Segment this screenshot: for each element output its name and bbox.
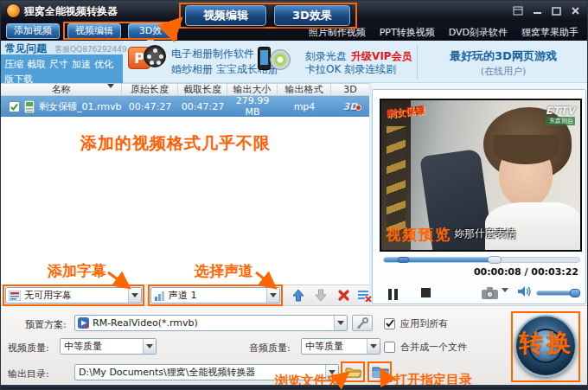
- promo-burn-blue[interactable]: 刻录光盘: [305, 50, 347, 62]
- app-window: 狸窝全能视频转换器 添加视频 视频编辑 3D效果 照片制作视频 PPT转换视频 …: [0, 0, 588, 390]
- delete-button[interactable]: [335, 287, 352, 304]
- preset-select-value: RM-RealVideo(*.rmvb): [89, 317, 334, 329]
- move-down-button[interactable]: [312, 287, 329, 304]
- playback-time: 00:00:08 / 00:03:22: [474, 266, 578, 278]
- file-output-size: 279.99 MB: [227, 95, 278, 118]
- volume-slider[interactable]: [536, 291, 579, 296]
- merge-option[interactable]: 合并成一个文件: [384, 341, 467, 354]
- tv-logo-text: ETTV: [546, 105, 575, 117]
- camera-icon: [482, 287, 498, 299]
- file-icon: [24, 100, 35, 113]
- faq-link-cut[interactable]: 截取: [27, 59, 46, 70]
- faq-links: 压缩截取尺寸加速优化版下载 字幕音乐手机照片: [1, 54, 123, 83]
- toolbar-highlight-box: [63, 22, 177, 40]
- merge-label: 合并成一个文件: [400, 341, 467, 354]
- file-checkbox[interactable]: [9, 101, 20, 112]
- video-quality-dropdown-arrow[interactable]: [143, 339, 156, 354]
- disc-icon: [270, 49, 291, 70]
- volume-icon[interactable]: [518, 285, 532, 297]
- seek-handle[interactable]: [488, 256, 502, 264]
- video-preview-surface: 剩女保镖 ETTV 东森剧台 妳那什麽表情 视频预览: [380, 99, 582, 252]
- annotation-add-subtitle: 添加字幕: [48, 261, 106, 281]
- menu-item-dvd-burner[interactable]: DVD刻录软件: [449, 26, 508, 39]
- film-reel-icon: [144, 45, 166, 67]
- preset-format-icon: [78, 317, 89, 329]
- column-header-cut-length[interactable]: 截取长度: [178, 84, 227, 95]
- merge-checkbox[interactable]: [384, 342, 395, 353]
- seek-slider[interactable]: [383, 257, 580, 263]
- promo-game-line1[interactable]: 最好玩的3D网页游戏: [422, 48, 585, 64]
- annotation-select-channel: 选择声道: [195, 261, 253, 281]
- move-up-button[interactable]: [290, 287, 307, 304]
- audio-quality-dropdown-arrow[interactable]: [367, 339, 380, 354]
- channel-highlight-box: [148, 285, 283, 306]
- open-dir-highlight-box: [368, 361, 392, 382]
- tv-logo-subtext: 东森剧台: [546, 117, 575, 125]
- pause-button[interactable]: [388, 287, 400, 304]
- volume-handle[interactable]: [570, 289, 580, 297]
- faq-link-size[interactable]: 尺寸: [49, 59, 68, 70]
- column-header-output-format[interactable]: 输出格式: [278, 84, 331, 95]
- output-dir-label: 输出目录:: [8, 368, 49, 380]
- file-name: 剩女保镖_01.rmvb: [39, 100, 122, 113]
- window-bottom-edge: [1, 385, 588, 390]
- subtitle-highlight-box: [3, 285, 144, 306]
- window-controls: [512, 5, 581, 16]
- file-original-length: 00:47:27: [122, 101, 178, 112]
- file-output-format: mp4: [278, 101, 331, 112]
- promo-vip-red[interactable]: 升级VIP会员: [351, 50, 412, 62]
- menu-item-apple-assistant[interactable]: 狸窝苹果助手: [521, 26, 578, 39]
- advanced-settings-button[interactable]: [352, 315, 373, 331]
- audio-quality-value: 中等质量: [302, 340, 367, 353]
- skin-icon[interactable]: [512, 5, 524, 16]
- browse-folder-highlight-box: [341, 361, 365, 382]
- 3d-disabled-dot-icon: [355, 105, 361, 111]
- menu-item-ppt-to-video[interactable]: PPT转换视频: [380, 26, 435, 39]
- preset-dropdown-arrow[interactable]: [334, 316, 347, 330]
- column-header-output-size[interactable]: 输出大小: [227, 84, 278, 95]
- promo-burn-line2[interactable]: 卡拉OK 刻录连续剧: [305, 62, 396, 77]
- faq-link-speedup[interactable]: 加速: [72, 59, 91, 70]
- video-caption: 妳那什麽表情: [454, 227, 516, 241]
- format-hint-text: 添加的视频格式几乎不限: [80, 132, 271, 155]
- promo-burn-line1[interactable]: 刻录光盘 升级VIP会员: [305, 47, 412, 64]
- add-video-button[interactable]: 添加视频: [6, 23, 60, 39]
- minimize-icon[interactable]: [531, 5, 543, 16]
- file-table-header: 名称 原始长度 截取长度 输出大小 输出格式 3D: [1, 83, 369, 96]
- column-header-name[interactable]: 名称: [1, 84, 122, 95]
- annotation-video-preview: 视频预览: [386, 225, 451, 245]
- video-quality-value: 中等质量: [61, 340, 143, 353]
- wrench-icon: [356, 317, 368, 329]
- snapshot-button[interactable]: [482, 287, 498, 299]
- callout-effect-3d-button[interactable]: 3D效果: [274, 5, 350, 26]
- close-icon[interactable]: [569, 5, 581, 16]
- promo-divider: [417, 44, 418, 79]
- audio-quality-select[interactable]: 中等质量: [301, 338, 380, 355]
- preview-panel: 剩女保镖 ETTV 东森剧台 妳那什麽表情 视频预览 00:00:08 / 00…: [372, 89, 586, 304]
- video-quality-label: 视频质量:: [8, 342, 49, 355]
- promo-game-line2: (在线用户): [422, 65, 585, 78]
- faq-link-compress[interactable]: 压缩: [4, 59, 23, 70]
- maximize-icon[interactable]: [550, 5, 562, 16]
- phone-icon: [258, 47, 271, 70]
- file-row[interactable]: 剩女保镖_01.rmvb 00:47:27 00:47:27 279.99 MB…: [1, 96, 369, 117]
- app-icon: [7, 4, 20, 17]
- column-header-original-length[interactable]: 原始长度: [122, 84, 178, 95]
- tv-station-logo: ETTV 东森剧台: [546, 105, 575, 125]
- apply-all-checkbox[interactable]: [384, 318, 395, 329]
- stop-button[interactable]: [421, 288, 431, 297]
- promo-album-line1[interactable]: 电子相册制作软件: [171, 47, 254, 61]
- apply-all-option[interactable]: 应用到所有: [384, 317, 448, 330]
- window-title: 狸窝全能视频转换器: [24, 4, 118, 19]
- clear-list-button[interactable]: [355, 287, 373, 304]
- preset-select[interactable]: RM-RealVideo(*.rmvb): [74, 315, 348, 331]
- column-header-3d[interactable]: 3D: [331, 84, 369, 95]
- apply-all-label: 应用到所有: [400, 317, 448, 330]
- file-3d-cell[interactable]: 3D: [331, 101, 369, 112]
- video-quality-select[interactable]: 中等质量: [60, 338, 157, 355]
- file-cut-length: 00:47:27: [178, 101, 227, 112]
- seek-trim-handle[interactable]: [398, 257, 409, 263]
- audio-quality-label: 音频质量:: [249, 342, 291, 355]
- callout-video-edit-button[interactable]: 视频编辑: [185, 5, 266, 26]
- preset-label: 预置方案:: [25, 318, 67, 331]
